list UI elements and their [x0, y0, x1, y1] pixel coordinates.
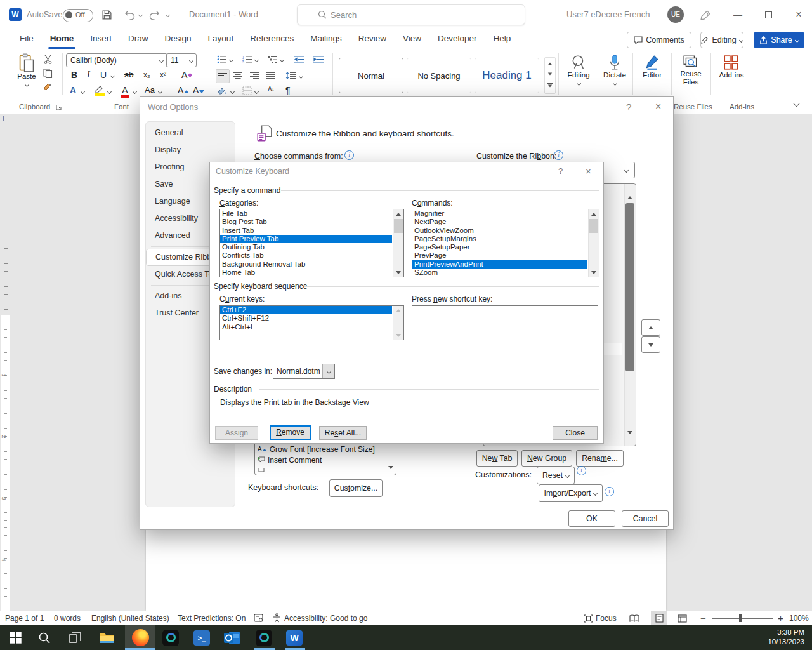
ribbon-tab[interactable]: Review	[350, 29, 395, 50]
gallery-more-icon[interactable]	[545, 81, 555, 90]
close-dialog-button[interactable]: ×	[586, 166, 591, 176]
undo-icon[interactable]	[124, 9, 136, 20]
commands-scrollbar[interactable]	[588, 209, 599, 277]
ribbon-tab[interactable]: View	[395, 29, 429, 50]
font-color-chevron-icon[interactable]	[133, 90, 137, 94]
scroll-down-icon[interactable]	[589, 268, 599, 277]
page-indicator[interactable]: Page 1 of 1	[5, 611, 44, 625]
scroll-up-icon[interactable]	[625, 193, 635, 202]
editor-button[interactable]: Editor	[635, 55, 669, 79]
info-icon[interactable]: i	[344, 150, 354, 160]
outlook-button[interactable]	[218, 625, 246, 650]
line-spacing-chevron-icon[interactable]	[299, 74, 303, 79]
word-logo-icon[interactable]: W	[9, 8, 22, 21]
line-spacing-button[interactable]	[285, 72, 296, 79]
highlight-color-button[interactable]	[94, 85, 105, 95]
document-page[interactable]	[146, 529, 666, 611]
taskbar-search-button[interactable]	[30, 625, 58, 650]
sort-button[interactable]: A↓	[268, 86, 274, 93]
command-item[interactable]: NextPage	[412, 218, 587, 226]
assign-button[interactable]: Assign	[215, 426, 258, 440]
taskbar-clock[interactable]: 3:38 PM 10/13/2023	[730, 628, 804, 647]
style-item[interactable]: Heading 1	[475, 58, 539, 93]
ribbon-tab[interactable]: Design	[157, 29, 200, 50]
command-row[interactable]: Insert Comment	[255, 454, 396, 465]
borders-chevron-icon[interactable]	[254, 90, 259, 94]
ribbon-tab[interactable]: Layout	[200, 29, 242, 50]
commands-listbox[interactable]: A Grow Font [Increase Font Size] Insert …	[254, 443, 396, 475]
quick-access-chevron-icon[interactable]	[166, 13, 170, 17]
powershell-button[interactable]: >_	[188, 625, 216, 650]
align-right-button[interactable]	[250, 72, 259, 79]
rename-button[interactable]: Rename...	[576, 450, 624, 467]
highlight-chevron-icon[interactable]	[107, 90, 112, 94]
gallery-scroll-down-icon[interactable]	[545, 69, 555, 78]
current-key-item[interactable]: Ctrl+Shift+F12	[220, 314, 392, 322]
addins-button[interactable]: Add-ins	[714, 55, 749, 79]
options-sidebar-item[interactable]: Display	[146, 142, 235, 159]
shading-button[interactable]	[217, 86, 227, 95]
ok-button[interactable]: OK	[568, 510, 615, 527]
style-item[interactable]: No Spacing	[407, 58, 471, 93]
ribbon-tab[interactable]: Home	[42, 29, 82, 50]
category-item[interactable]: Background Removal Tab	[220, 260, 392, 269]
commands-listbox[interactable]: MagnifierNextPageOutlookViewZoomPageSetu…	[412, 209, 599, 277]
category-item[interactable]: Blog Post Tab	[220, 218, 392, 226]
move-down-button[interactable]	[641, 336, 660, 353]
task-view-button[interactable]	[61, 625, 89, 650]
ribbon-tab[interactable]: File	[11, 29, 42, 50]
reuse-files-button[interactable]: Reuse Files	[674, 55, 708, 86]
maximize-button[interactable]	[759, 7, 778, 22]
text-predictions-icon[interactable]	[254, 614, 263, 622]
categories-listbox[interactable]: File TabBlog Post TabInsert TabPrint Pre…	[219, 209, 404, 277]
show-paragraph-marks-button[interactable]: ¶	[285, 85, 291, 95]
cancel-button[interactable]: Cancel	[622, 510, 669, 527]
style-item[interactable]: Normal	[339, 58, 403, 93]
command-row[interactable]: A Grow Font [Increase Font Size]	[255, 444, 396, 454]
firefox-button[interactable]	[125, 625, 155, 650]
autosave-toggle[interactable]: Off	[63, 9, 93, 22]
ribbon-tab[interactable]: References	[242, 29, 302, 50]
category-item[interactable]: File Tab	[220, 209, 392, 218]
ribbon-tree-scrollbar[interactable]	[624, 184, 636, 446]
scroll-up-icon[interactable]	[393, 209, 403, 218]
borders-button[interactable]	[242, 86, 252, 95]
text-effects-button[interactable]: A	[70, 85, 76, 95]
categories-scrollbar[interactable]	[393, 209, 403, 277]
scrollbar-thumb[interactable]	[625, 203, 634, 371]
minimize-button[interactable]: —	[728, 7, 747, 22]
command-item[interactable]: PageSetupPaper	[412, 243, 587, 251]
category-item[interactable]: Outlining Tab	[220, 243, 392, 251]
ribbon-tab[interactable]: Help	[485, 29, 520, 50]
command-item[interactable]: PageSetupMargins	[412, 235, 587, 243]
strikethrough-button[interactable]: ab	[124, 70, 133, 79]
font-color-button[interactable]: A	[121, 85, 129, 95]
print-layout-button[interactable]	[651, 611, 667, 625]
word-count[interactable]: 0 words	[54, 611, 81, 625]
shading-chevron-icon[interactable]	[230, 90, 235, 94]
search-input[interactable]: Search	[297, 4, 525, 25]
ribbon-tab[interactable]: Developer	[429, 29, 485, 50]
bullets-button[interactable]	[217, 55, 227, 63]
help-button[interactable]: ?	[558, 166, 563, 176]
shrink-font-button[interactable]: A	[193, 85, 204, 95]
paste-button[interactable]: Paste	[13, 53, 41, 88]
numbering-button[interactable]: 123	[242, 55, 252, 63]
underline-button[interactable]: U	[100, 70, 107, 80]
remove-button[interactable]: Remove	[270, 425, 311, 440]
info-icon[interactable]: i	[605, 487, 614, 496]
save-icon[interactable]	[102, 10, 112, 20]
command-item[interactable]: Magnifier	[412, 209, 587, 218]
editing-mode-button[interactable]: Editing	[700, 32, 743, 48]
help-button[interactable]: ?	[626, 102, 631, 112]
share-button[interactable]: Share	[754, 32, 804, 48]
comments-button[interactable]: Comments	[627, 32, 691, 48]
accessibility-icon[interactable]	[273, 613, 281, 623]
increase-indent-button[interactable]	[313, 55, 324, 63]
justify-button[interactable]	[266, 72, 275, 79]
web-layout-icon[interactable]	[678, 614, 687, 623]
bullets-chevron-icon[interactable]	[229, 58, 233, 62]
new-group-button[interactable]: New Group	[521, 450, 572, 467]
current-key-item[interactable]: Alt+Ctrl+I	[220, 323, 392, 331]
redo-icon[interactable]	[148, 9, 160, 20]
